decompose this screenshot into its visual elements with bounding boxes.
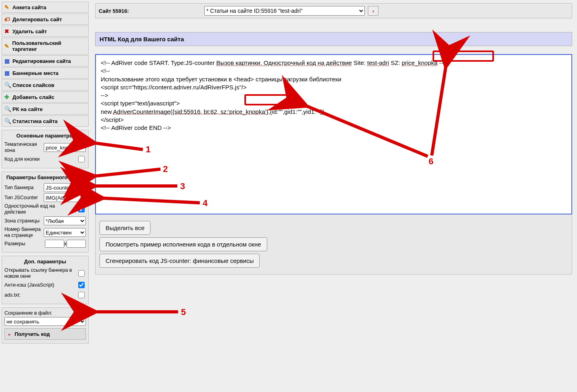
menu-label: Баннерные места [12, 70, 59, 76]
go-button[interactable]: › [368, 6, 378, 16]
code-text: SZ: [389, 59, 402, 66]
panel-save-file: Сохранение в файл: не сохранять » Получи… [2, 307, 89, 344]
site-select[interactable]: * Статьи на сайте ID:55916 "test-adri" [204, 6, 365, 16]
oneline-label: Однострочный код на действие [4, 203, 77, 215]
menu-label: Редактирование сайта [12, 58, 71, 64]
code-text: --> [101, 91, 567, 99]
code-text: <script src="https://content.adriver.ru/… [101, 83, 567, 91]
get-code-label: Получить код [14, 331, 50, 337]
select-all-button[interactable]: Выделить все [100, 221, 150, 235]
menu-icon: ✚ [4, 94, 12, 100]
sizes-label: Размеры [4, 241, 45, 247]
theme-zone-label: Тематическая зона [4, 141, 44, 154]
generate-button[interactable]: Сгенерировать код JS-counter: финансовые… [100, 254, 260, 268]
sidebar-item-8[interactable]: 🔍РК на сайте [2, 103, 89, 115]
code-text: },{id:"",gid1:"",yid1:""}) [266, 108, 325, 115]
adstxt-checkbox[interactable] [78, 292, 85, 298]
menu-label: Пользовательский таргетинг [12, 40, 86, 52]
preview-button[interactable]: Посмотреть пример исполнения кода в отде… [100, 237, 267, 251]
save-file-select[interactable]: не сохранять [4, 317, 86, 326]
menu-icon: 🏷 [4, 16, 12, 22]
banner-num-label: Номер баннера на странице [4, 226, 44, 238]
menu-icon: ✎ [4, 4, 12, 10]
save-file-label: Сохранение в файл: [4, 310, 86, 316]
anticache-checkbox[interactable] [78, 282, 85, 288]
menu-label: РК на сайте [12, 106, 43, 112]
site-id-label: Сайт 55916: [99, 8, 129, 14]
code-text: sz:'price_knopka' [221, 108, 266, 115]
jscounter-type-label: Тип JSCounter [4, 195, 44, 201]
banner-num-select[interactable]: Единствен [44, 228, 86, 237]
menu-icon: ▦ [4, 58, 12, 64]
size-width-input[interactable] [45, 240, 64, 248]
menu-icon: ✎ [4, 43, 12, 49]
get-code-button[interactable]: » Получить код [4, 328, 86, 340]
sidebar-item-7[interactable]: ✚Добавить слайс [2, 91, 89, 103]
anticache-label: Анти-кэш (JavaScript) [4, 282, 77, 288]
sidebar-item-6[interactable]: 🔍Список слайсов [2, 79, 89, 91]
menu-icon: 🔍 [4, 118, 12, 124]
chevron-right-icon: › [372, 8, 374, 14]
panel-main-params: Основные параметры Тематическая зона pri… [2, 130, 89, 168]
code-text: Site: [352, 59, 367, 66]
panel-extra-params: Доп. параметры Открывать ссылку баннера … [2, 256, 89, 304]
button-code-checkbox[interactable] [78, 156, 85, 162]
banner-type-select[interactable]: JS-counte [44, 183, 86, 192]
menu-label: Анкета сайта [12, 4, 46, 10]
code-text: --> [437, 59, 447, 66]
page-zone-select[interactable]: *Любая [44, 216, 86, 225]
code-text: </script> [101, 116, 567, 124]
menu-icon: ▦ [4, 70, 12, 76]
menu-icon: 🔍 [4, 82, 12, 88]
sidebar-item-4[interactable]: ▦Редактирование сайта [2, 55, 89, 67]
theme-zone-select[interactable]: price_kno [44, 143, 86, 152]
panel-title-banner: Параметры баннерного места [4, 174, 86, 182]
sidebar-item-2[interactable]: ✖Удалить сайт [2, 26, 89, 37]
code-text: AdriverCounterImage({sid:55916, bt:62, [113, 108, 221, 115]
topbar: Сайт 55916: * Статьи на сайте ID:55916 "… [95, 3, 572, 18]
code-text: Использование этого кода требует установ… [101, 75, 567, 83]
sidebar-item-1[interactable]: 🏷Делегировать сайт [2, 14, 89, 25]
code-text: <!-- AdRiver code END --> [101, 124, 567, 132]
code-section-header: HTML Код для Вашего сайта [95, 32, 572, 46]
menu-icon: 🔍 [4, 106, 12, 112]
sidebar-item-9[interactable]: 🔍Статистика сайта [2, 115, 89, 127]
panel-title-extra: Доп. параметры [4, 258, 86, 266]
code-text: Вызов картинки. Однострочный код на дейс… [216, 59, 352, 66]
adstxt-label: ads.txt: [4, 292, 77, 298]
page-zone-label: Зона страницы [4, 218, 44, 224]
sidebar-item-3[interactable]: ✎Пользовательский таргетинг [2, 38, 89, 55]
menu-label: Статистика сайта [12, 118, 58, 124]
open-new-checkbox[interactable] [78, 270, 85, 277]
jscounter-type-select[interactable]: IMG(Adriv [44, 193, 86, 202]
button-code-label: Код для кнопки [4, 156, 77, 162]
menu-label: Список слайсов [12, 82, 54, 88]
menu-label: Добавить слайс [12, 94, 55, 100]
action-area: Выделить все Посмотреть пример исполнени… [95, 214, 572, 275]
sidebar-item-0[interactable]: ✎Анкета сайта [2, 2, 89, 13]
chevron-right-icon: » [8, 332, 10, 337]
menu-icon: ✖ [4, 28, 12, 34]
sidebar-item-5[interactable]: ▦Баннерные места [2, 67, 89, 79]
code-text: test-adri [367, 59, 389, 66]
code-text: <script type="text/javascript"> [101, 99, 567, 107]
menu-label: Делегировать сайт [12, 16, 62, 22]
open-new-label: Открывать ссылку баннера в новом окне [4, 267, 77, 279]
code-text: price_knopka [402, 59, 437, 66]
banner-type-label: Тип баннера [4, 185, 44, 191]
menu-label: Удалить сайт [12, 28, 47, 34]
size-height-input[interactable] [67, 240, 86, 248]
sidebar: ✎Анкета сайта🏷Делегировать сайт✖Удалить … [0, 0, 90, 345]
oneline-checkbox[interactable] [78, 206, 85, 212]
panel-banner-params: Параметры баннерного места Тип баннера J… [2, 172, 89, 253]
panel-title-main: Основные параметры [4, 132, 86, 140]
code-text: <!-- [101, 67, 567, 75]
code-output[interactable]: <!-- AdRiver code START. Type:JS-counter… [95, 54, 572, 214]
main-content: Сайт 55916: * Статьи на сайте ID:55916 "… [90, 0, 577, 345]
code-text: <!-- AdRiver code START. Type:JS-counter [101, 59, 216, 66]
code-text: new [101, 108, 113, 115]
